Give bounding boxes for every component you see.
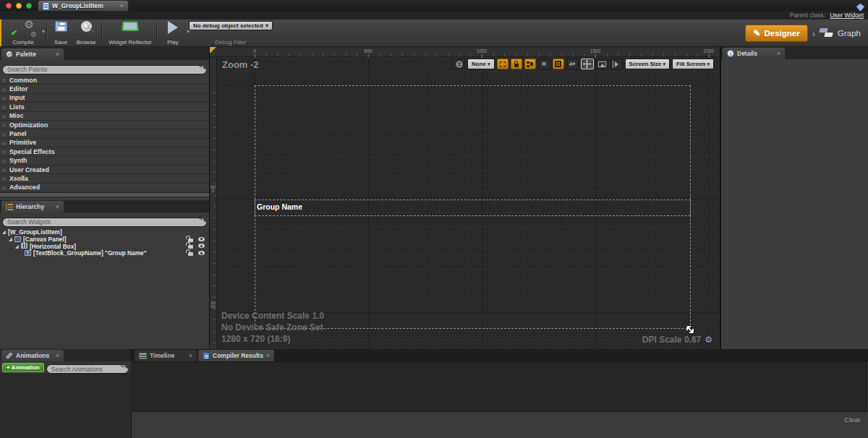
design-canvas[interactable]: Zoom -2 None R 4: [217, 57, 720, 349]
palette-category-primitive[interactable]: Primitive: [0, 139, 209, 147]
outline-toggle-button[interactable]: [497, 59, 509, 69]
tab-compiler-results[interactable]: Compiler Results: [198, 350, 274, 361]
designer-mode-button[interactable]: ✎ Designer: [745, 25, 807, 42]
palette-category-input[interactable]: Input: [0, 94, 209, 103]
raw-edit-toggle[interactable]: R: [538, 59, 550, 69]
clear-log-button[interactable]: Clear: [844, 416, 861, 424]
widget-reflector-button[interactable]: Widget Reflector: [106, 21, 155, 46]
close-panel-icon[interactable]: [266, 353, 270, 359]
lock-icon[interactable]: [188, 245, 193, 249]
expander-icon[interactable]: [3, 176, 9, 181]
palette-category-advanced[interactable]: Advanced: [0, 184, 209, 192]
debug-object-dropdown[interactable]: No debug object selected: [189, 21, 273, 30]
title-bar: W_GroupListItem: [0, 0, 868, 11]
close-panel-icon[interactable]: [189, 353, 192, 359]
maximize-window-button[interactable]: [26, 3, 32, 9]
expander-icon[interactable]: [3, 77, 9, 82]
palette-body: Common Editor Input Lists Misc Optimizat…: [0, 60, 209, 200]
palette-category-panel[interactable]: Panel: [0, 129, 209, 138]
layout-boxes-icon: [527, 61, 533, 67]
tab-animations[interactable]: Animations: [1, 350, 64, 361]
visibility-eye-icon[interactable]: [198, 244, 205, 248]
expander-icon[interactable]: [3, 140, 9, 145]
hierarchy-search-input[interactable]: [2, 218, 207, 227]
asset-tab[interactable]: W_GroupListItem: [38, 0, 129, 11]
tab-palette[interactable]: Palette: [1, 48, 64, 60]
expander-icon[interactable]: [3, 122, 9, 127]
expander-icon[interactable]: [3, 95, 9, 100]
timeline-icon: [139, 353, 147, 359]
parent-class-link[interactable]: User Widget: [830, 12, 864, 19]
flip-preview-button[interactable]: [610, 59, 623, 69]
dropdown-caret-icon: [572, 61, 575, 67]
palette-category-user-created[interactable]: User Created: [0, 166, 209, 174]
lock-widgets-button[interactable]: [511, 59, 522, 69]
respect-locks-button[interactable]: [524, 59, 536, 69]
dropdown-caret-icon: [663, 61, 666, 67]
palette-category-common[interactable]: Common: [0, 76, 209, 85]
tree-node-root[interactable]: [W_GroupListItem]: [0, 228, 209, 236]
tab-hierarchy[interactable]: Hierarchy: [1, 201, 64, 212]
screen-size-dropdown[interactable]: Screen Size: [625, 59, 670, 69]
tab-details[interactable]: i Details: [723, 48, 785, 59]
visibility-eye-icon[interactable]: [198, 237, 205, 241]
palette-category-lists[interactable]: Lists: [0, 103, 209, 111]
save-button[interactable]: Save: [50, 21, 72, 46]
expander-icon[interactable]: [3, 149, 9, 154]
minimize-window-button[interactable]: [16, 3, 22, 9]
close-window-button[interactable]: [6, 3, 12, 9]
palette-category-special-effects[interactable]: Special Effects: [0, 147, 209, 156]
palette-category-xsolla[interactable]: Xsolla: [0, 174, 209, 183]
tree-node-canvas-panel[interactable]: [Canvas Panel]: [0, 236, 209, 243]
expander-icon[interactable]: [3, 113, 9, 119]
hierarchy-body: [W_GroupListItem] [Canvas Panel] [Horizo…: [0, 212, 209, 349]
palette-search-input[interactable]: [2, 65, 207, 74]
expander-icon[interactable]: [3, 185, 9, 190]
palette-scrollbar[interactable]: [0, 192, 209, 197]
lock-icon[interactable]: [188, 252, 193, 256]
expander-icon[interactable]: [9, 236, 14, 241]
dirty-corner-marker: [210, 47, 216, 53]
transform-mode-button[interactable]: [581, 59, 594, 69]
expander-icon[interactable]: [15, 244, 21, 249]
close-panel-icon[interactable]: [56, 51, 59, 58]
palette-category-editor[interactable]: Editor: [0, 85, 209, 93]
dpi-settings-gear-icon[interactable]: ⚙: [705, 335, 712, 345]
preview-none-dropdown[interactable]: None: [467, 59, 495, 69]
expander-icon[interactable]: [3, 104, 9, 109]
tab-timeline[interactable]: Timeline: [135, 350, 197, 361]
localization-preview-button[interactable]: [453, 59, 465, 69]
browse-button[interactable]: Browse: [72, 21, 100, 46]
expander-icon[interactable]: [3, 132, 9, 137]
palette-category-misc[interactable]: Misc: [0, 112, 209, 121]
expander-icon[interactable]: [3, 158, 9, 163]
canvas-text-widget[interactable]: Group Name: [257, 202, 302, 211]
expander-icon[interactable]: [3, 167, 9, 172]
expander-icon[interactable]: [3, 87, 9, 92]
compile-button[interactable]: ⚙⚙✔ Compile: [4, 21, 42, 46]
add-animation-button[interactable]: + Animation: [2, 363, 44, 372]
tree-node-horizontal-box[interactable]: [Horizontal Box]: [0, 243, 209, 250]
safe-zone-label: No Device Safe Zone Set: [221, 322, 324, 333]
vertical-ruler: 500 1000: [210, 57, 217, 349]
visibility-eye-icon[interactable]: [198, 251, 205, 255]
grid-snap-toggle[interactable]: [553, 59, 564, 69]
details-tab-bar: i Details: [721, 47, 868, 59]
palette-category-optimization[interactable]: Optimization: [0, 121, 209, 129]
preview-background-button[interactable]: [596, 59, 608, 69]
close-panel-icon[interactable]: [56, 353, 59, 359]
graph-mode-button[interactable]: Graph: [820, 28, 861, 38]
compile-options-caret[interactable]: [42, 28, 45, 35]
grid-snap-size-dropdown[interactable]: 4: [566, 59, 579, 69]
palette-category-synth[interactable]: Synth: [0, 157, 209, 166]
animations-search-input[interactable]: [46, 364, 129, 374]
lock-icon[interactable]: [188, 239, 193, 242]
expander-icon[interactable]: [2, 229, 8, 234]
play-button[interactable]: Play: [161, 21, 185, 46]
close-panel-icon[interactable]: [56, 204, 59, 210]
bottom-dock: Animations + Animation Tim: [0, 349, 868, 438]
close-panel-icon[interactable]: [777, 51, 780, 57]
tree-node-textblock[interactable]: T [TextBlock_GroupName] "Group Name": [0, 249, 209, 257]
close-tab-icon[interactable]: [120, 3, 124, 9]
fill-screen-dropdown[interactable]: Fill Screen: [672, 59, 714, 69]
